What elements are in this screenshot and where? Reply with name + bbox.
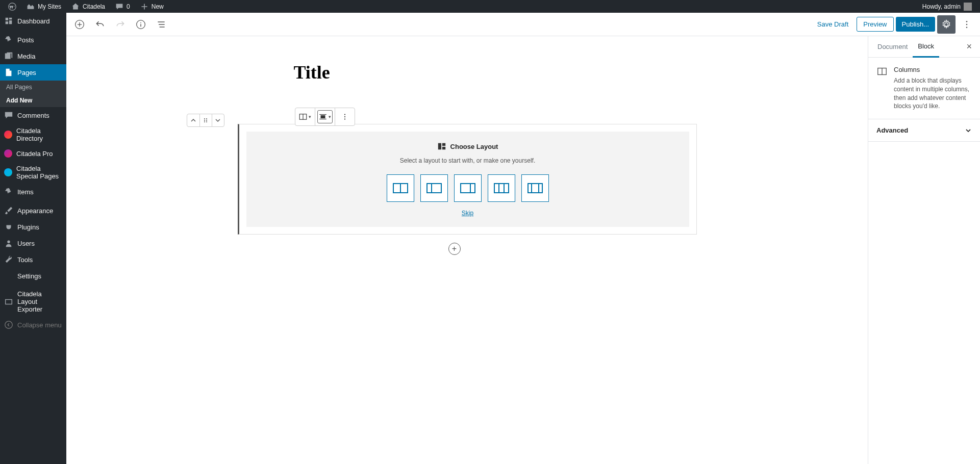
drag-icon xyxy=(203,117,209,123)
sidebar-item-comments[interactable]: Comments xyxy=(0,107,66,123)
layout-option-25-50-25[interactable] xyxy=(521,174,549,202)
editor-area: Save Draft Preview Publish... xyxy=(66,13,980,464)
sidebar-sub-all-pages[interactable]: All Pages xyxy=(0,81,66,94)
citadela-pro-icon xyxy=(4,149,12,158)
info-button[interactable] xyxy=(132,15,150,34)
block-more-button[interactable] xyxy=(337,110,353,123)
new-link[interactable]: New xyxy=(136,3,168,11)
collapse-icon xyxy=(4,320,13,329)
media-icon xyxy=(4,51,13,61)
admin-sidebar: Dashboard Posts Media Pages All Pages Ad… xyxy=(0,13,66,464)
svg-point-21 xyxy=(344,114,345,115)
layout-subtitle: Select a layout to start with, or make o… xyxy=(257,157,679,164)
admin-bar: My Sites Citadela 0 New Howdy, admin xyxy=(0,0,980,13)
layout-option-70-30[interactable] xyxy=(454,174,482,202)
skip-link[interactable]: Skip xyxy=(462,210,473,217)
sidebar-item-media[interactable]: Media xyxy=(0,48,66,64)
sidebar-item-citadela-special[interactable]: Citadela Special Pages xyxy=(0,161,66,184)
layout-icon xyxy=(437,142,446,151)
sidebar-item-settings[interactable]: Settings xyxy=(0,268,66,284)
preview-button[interactable]: Preview xyxy=(857,17,893,32)
export-icon xyxy=(4,297,13,306)
sidebar-item-label: Items xyxy=(17,188,34,196)
sidebar-item-label: Citadela Special Pages xyxy=(16,165,62,180)
page-title-input[interactable] xyxy=(294,62,641,83)
svg-rect-31 xyxy=(461,184,475,193)
sites-icon xyxy=(27,3,35,11)
sidebar-item-posts[interactable]: Posts xyxy=(0,32,66,48)
sidebar-item-users[interactable]: Users xyxy=(0,235,66,251)
brush-icon xyxy=(4,206,13,215)
block-toolbar: ▾ ▾ xyxy=(295,108,355,126)
sidebar-collapse[interactable]: Collapse menu xyxy=(0,317,66,333)
tab-document[interactable]: Document xyxy=(872,37,913,57)
save-draft-button[interactable]: Save Draft xyxy=(811,16,855,32)
editor-canvas[interactable]: ▾ ▾ xyxy=(66,36,868,464)
sidebar-item-items[interactable]: Items xyxy=(0,184,66,200)
sidebar-item-label: Settings xyxy=(17,272,41,280)
sidebar-item-label: Citadela Directory xyxy=(16,127,62,142)
sidebar-item-appearance[interactable]: Appearance xyxy=(0,202,66,219)
sidebar-item-dashboard[interactable]: Dashboard xyxy=(0,13,66,29)
more-vertical-icon xyxy=(340,112,349,121)
svg-rect-36 xyxy=(528,184,542,193)
sidebar-item-label: Collapse menu xyxy=(17,321,62,329)
svg-point-9 xyxy=(966,27,968,28)
avatar xyxy=(964,3,972,11)
wp-logo[interactable] xyxy=(4,3,20,11)
choose-layout-label: Choose Layout xyxy=(450,143,498,150)
settings-toggle-button[interactable] xyxy=(937,15,956,34)
plus-icon xyxy=(140,3,148,11)
svg-point-1 xyxy=(7,241,10,243)
more-menu-button[interactable] xyxy=(958,15,976,34)
layout-option-33-33-33[interactable] xyxy=(488,174,515,202)
layout-option-50-50[interactable] xyxy=(387,174,414,202)
account-link[interactable]: Howdy, admin xyxy=(918,3,976,11)
svg-point-12 xyxy=(204,120,205,121)
comment-icon xyxy=(115,3,123,11)
move-down-button[interactable] xyxy=(212,114,224,126)
sidebar-item-citadela-directory[interactable]: Citadela Directory xyxy=(0,123,66,146)
sidebar-sub-add-new[interactable]: Add New xyxy=(0,94,66,107)
sidebar-item-tools[interactable]: Tools xyxy=(0,251,66,268)
svg-rect-26 xyxy=(442,147,445,149)
wrench-icon xyxy=(4,255,13,264)
block-name-label: Columns xyxy=(894,66,972,73)
redo-button[interactable] xyxy=(111,15,130,34)
svg-point-22 xyxy=(344,116,345,117)
sidebar-item-label: Dashboard xyxy=(17,17,50,25)
close-panel-button[interactable]: × xyxy=(962,39,976,54)
sidebar-item-citadela-pro[interactable]: Citadela Pro xyxy=(0,146,66,161)
align-button[interactable]: ▾ xyxy=(317,110,333,123)
columns-block[interactable]: Choose Layout Select a layout to start w… xyxy=(238,124,697,235)
svg-rect-2 xyxy=(6,299,12,304)
my-sites-link[interactable]: My Sites xyxy=(22,3,65,11)
editor-header: Save Draft Preview Publish... xyxy=(66,13,980,36)
add-block-after-button[interactable]: + xyxy=(448,243,461,255)
block-type-button[interactable]: ▾ xyxy=(297,110,313,123)
tab-block[interactable]: Block xyxy=(913,36,939,58)
publish-button[interactable]: Publish... xyxy=(896,17,935,32)
sidebar-item-label: Citadela Pro xyxy=(16,150,53,158)
citadela-directory-icon xyxy=(4,131,12,139)
undo-button[interactable] xyxy=(91,15,109,34)
drag-handle[interactable] xyxy=(199,114,212,126)
svg-point-11 xyxy=(206,118,207,119)
sidebar-item-plugins[interactable]: Plugins xyxy=(0,219,66,235)
advanced-section-toggle[interactable]: Advanced xyxy=(868,119,980,142)
sidebar-item-label: Pages xyxy=(17,69,36,76)
add-block-button[interactable] xyxy=(70,15,89,34)
site-link[interactable]: Citadela xyxy=(67,3,109,11)
new-label: New xyxy=(152,3,164,10)
columns-icon xyxy=(298,112,308,121)
sidebar-item-layout-exporter[interactable]: Citadela Layout Exporter xyxy=(0,287,66,317)
site-name-label: Citadela xyxy=(83,3,105,10)
move-up-button[interactable] xyxy=(187,114,199,126)
layout-option-30-70[interactable] xyxy=(420,174,448,202)
undo-icon xyxy=(95,19,105,30)
my-sites-label: My Sites xyxy=(38,3,61,10)
sidebar-item-pages[interactable]: Pages xyxy=(0,64,66,81)
comments-link[interactable]: 0 xyxy=(111,3,134,11)
comments-count: 0 xyxy=(127,3,130,10)
outline-button[interactable] xyxy=(152,15,170,34)
